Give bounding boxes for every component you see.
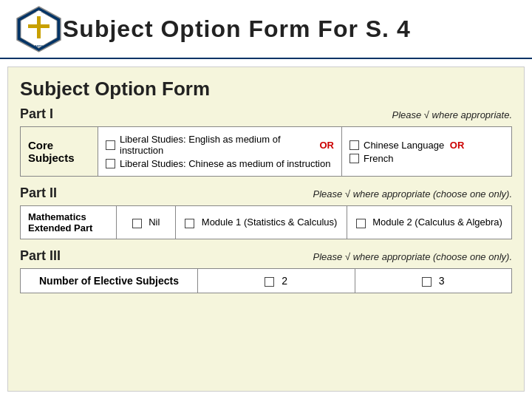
nil-cell: Nil [117, 206, 176, 239]
option2-value: 2 [282, 275, 287, 287]
french-label: French [364, 153, 393, 164]
liberal-row-2: Liberal Studies: Chinese as medium of in… [106, 158, 334, 169]
chinese-row: Chinese Language OR [349, 140, 504, 151]
part3-label: Part III [20, 248, 61, 264]
part1-table: Core Subjects Liberal Studies: English a… [20, 126, 512, 177]
french-checkbox[interactable] [349, 154, 359, 163]
svg-text:ARTS: ARTS [35, 44, 43, 48]
elective-label-cell: Number of Elective Subjects [21, 269, 198, 293]
part3-table: Number of Elective Subjects 2 3 [20, 268, 512, 293]
elective-label: Number of Elective Subjects [39, 275, 179, 287]
svg-text:ST: ST [36, 10, 41, 15]
chinese-or: OR [447, 140, 464, 151]
part2-row: Mathematics Extended Part Nil Module 1 (… [21, 206, 512, 239]
part1-row: Core Subjects Liberal Studies: English a… [21, 127, 512, 177]
core-subjects-label: Core Subjects [28, 139, 75, 164]
chinese-label: Chinese Language [364, 140, 444, 151]
chinese-french-cell: Chinese Language OR French [342, 127, 512, 177]
form-title: Subject Option Form [20, 78, 512, 100]
part2-note: Please √ where appropriate (choose one o… [313, 188, 512, 200]
module1-label: Module 1 (Statistics & Calculus) [202, 216, 338, 228]
nil-checkbox[interactable] [132, 219, 142, 228]
part2-table: Mathematics Extended Part Nil Module 1 (… [20, 205, 512, 239]
option3-checkbox[interactable] [422, 277, 432, 287]
liberal-row-1: Liberal Studies: English as medium of in… [106, 134, 334, 156]
school-logo: ST ARTS [15, 5, 63, 53]
main-form: Subject Option Form Part I Please √ wher… [7, 66, 525, 392]
part2-section: Part II Please √ where appropriate (choo… [20, 185, 512, 239]
part1-section: Part I Please √ where appropriate. Core … [20, 106, 512, 177]
liberal-or-1: OR [317, 140, 334, 151]
module1-checkbox[interactable] [185, 219, 194, 228]
liberal-text-2: Liberal Studies: Chinese as medium of in… [120, 158, 330, 169]
option3-cell: 3 [355, 269, 512, 293]
math-ext-cell: Mathematics Extended Part [21, 206, 117, 239]
option2-checkbox[interactable] [265, 277, 274, 287]
module2-cell: Module 2 (Calculus & Algebra) [347, 206, 511, 239]
option3-value: 3 [439, 275, 445, 287]
liberal-text-1: Liberal Studies: English as medium of in… [120, 134, 314, 156]
liberal-studies-cell: Liberal Studies: English as medium of in… [98, 127, 342, 177]
option2-cell: 2 [198, 269, 355, 293]
part1-note: Please √ where appropriate. [392, 109, 512, 120]
module2-label: Module 2 (Calculus & Algebra) [372, 216, 502, 228]
part3-row: Number of Elective Subjects 2 3 [21, 269, 512, 293]
core-subjects-cell: Core Subjects [21, 127, 98, 177]
french-row: French [349, 153, 504, 164]
page-title: Subject Option Form For S. 4 [63, 16, 411, 43]
chinese-checkbox[interactable] [349, 140, 359, 150]
liberal-checkbox-1[interactable] [106, 140, 115, 150]
math-ext-label: Mathematics Extended Part [28, 211, 92, 233]
svg-rect-3 [28, 24, 50, 28]
header: ST ARTS Subject Option Form For S. 4 [0, 0, 532, 59]
part1-label: Part I [20, 106, 53, 122]
module1-cell: Module 1 (Statistics & Calculus) [176, 206, 347, 239]
part3-header: Part III Please √ where appropriate (cho… [20, 248, 512, 264]
part3-note: Please √ where appropriate (choose one o… [313, 251, 512, 262]
nil-label: Nil [149, 216, 160, 228]
part3-section: Part III Please √ where appropriate (cho… [20, 248, 512, 293]
module2-checkbox[interactable] [356, 219, 366, 228]
part2-header: Part II Please √ where appropriate (choo… [20, 185, 512, 201]
part2-label: Part II [20, 185, 57, 201]
part1-header: Part I Please √ where appropriate. [20, 106, 512, 122]
liberal-checkbox-2[interactable] [106, 159, 115, 168]
